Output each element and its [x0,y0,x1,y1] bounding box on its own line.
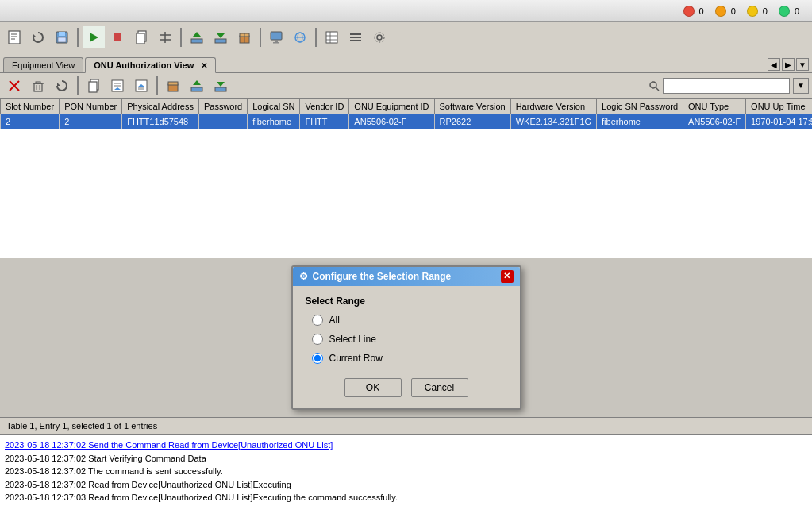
tab-menu-btn[interactable]: ▼ [796,58,809,71]
table-container[interactable]: Slot Number PON Number Physical Address … [0,99,812,258]
log-line-4: 2023-05-18 12:37:03 Read from Device[Una… [5,491,807,504]
toolbar-btn-monitor[interactable] [265,26,287,48]
toolbar-btn-new[interactable] [3,26,25,48]
svg-rect-32 [350,33,361,35]
toolbar-btn-stop[interactable] [106,26,129,48]
svg-rect-46 [89,82,97,92]
svg-point-61 [650,82,656,88]
cell-equipment: AN5506-02-F [349,114,434,129]
toolbar-btn-copy[interactable] [130,26,152,48]
tab-prev-btn[interactable]: ◀ [768,58,780,71]
col-hardware-version: Hardware Version [510,99,596,114]
traffic-light-yellow[interactable] [747,6,758,17]
radio-item-all[interactable]: All [312,315,507,326]
traffic-light-green[interactable] [779,6,790,17]
sec-toolbar-btn-download[interactable] [210,75,232,97]
svg-rect-7 [58,37,66,42]
dialog-close-button[interactable]: ✕ [501,270,514,283]
sec-toolbar-btn-trash[interactable] [27,75,49,97]
col-physical-address: Physical Address [122,99,199,114]
radio-item-current-row[interactable]: Current Row [312,353,507,364]
search-input[interactable] [663,78,790,94]
svg-rect-57 [191,87,202,91]
radio-item-select-line[interactable]: Select Line [312,334,507,345]
tab-close-btn[interactable]: ✕ [201,61,207,70]
toolbar-sep-2 [180,28,182,47]
svg-point-35 [377,35,382,40]
radio-select-line[interactable] [312,334,323,345]
svg-rect-11 [137,33,144,44]
sec-toolbar-btn-export2[interactable] [130,75,152,97]
col-software-version: Software Version [434,99,510,114]
log-area[interactable]: 2023-05-18 12:37:02 Send the Command:Rea… [0,435,812,514]
sec-toolbar-btn-copy[interactable] [83,75,105,97]
svg-marker-58 [193,80,201,85]
sec-toolbar-btn-package[interactable] [162,75,184,97]
tab-navigation: ◀ ▶ ▼ [768,58,809,72]
col-pon-number: PON Number [60,99,122,114]
toolbar-btn-download[interactable] [210,26,232,48]
col-slot-number: Slot Number [1,99,60,114]
toolbar-btn-list1[interactable] [321,26,343,48]
sec-toolbar-sep-2 [156,76,158,95]
main-area: Slot Number PON Number Physical Address … [0,99,812,514]
toolbar-btn-refresh[interactable] [27,26,49,48]
cell-slot: 2 [1,114,60,129]
radio-select-line-label: Select Line [329,334,376,345]
tab-onu-auth-view[interactable]: ONU Authorization View ✕ [85,57,216,73]
svg-rect-23 [275,40,278,42]
tab-equipment-view[interactable]: Equipment View [3,57,83,72]
log-text-3: 2023-05-18 12:37:02 Read from Device[Una… [5,480,291,489]
sec-toolbar-btn-delete[interactable] [3,75,25,97]
toolbar-btn-save[interactable] [51,26,73,48]
svg-line-62 [656,87,659,91]
log-line-1: 2023-05-18 12:37:02 Start Verifying Comm… [5,452,807,466]
col-vendor-id: Vendor ID [300,99,349,114]
svg-marker-18 [217,33,225,38]
sec-toolbar-btn-refresh[interactable] [51,75,73,97]
svg-rect-34 [350,40,361,41]
table-row[interactable]: 2 2 FHTT11d57548 fiberhome FHTT AN5506-0… [1,114,813,129]
toolbar-btn-package[interactable] [233,26,256,48]
sec-toolbar-btn-export1[interactable] [106,75,129,97]
search-dropdown-btn[interactable]: ▼ [793,78,809,94]
traffic-light-orange[interactable] [715,6,726,17]
traffic-light-red[interactable] [683,6,695,17]
traffic-light-orange-label: 0 [731,6,736,16]
svg-rect-56 [168,82,178,85]
log-line-0[interactable]: 2023-05-18 12:37:02 Send the Command:Rea… [5,439,807,452]
toolbar-btn-list2[interactable] [344,26,367,48]
log-text-1: 2023-05-18 12:37:02 Start Verifying Comm… [5,454,206,463]
cell-software: RP2622 [434,114,510,129]
toolbar-sep-3 [260,28,261,47]
dialog-overlay: ⚙ Configure the Selection Range ✕ Select… [0,258,812,418]
dialog-section-title: Select Range [306,296,507,307]
col-onu-up-time: ONU Up Time [746,99,812,114]
configure-selection-dialog: ⚙ Configure the Selection Range ✕ Select… [291,265,521,410]
cell-logicsn: fiberhome [597,114,683,129]
dialog-footer: OK Cancel [293,370,520,408]
sec-toolbar-btn-upload[interactable] [186,75,208,97]
traffic-light-yellow-label: 0 [763,6,768,16]
toolbar-btn-play[interactable] [83,26,105,48]
main-toolbar [0,22,812,52]
dialog-cancel-button[interactable]: Cancel [411,378,468,397]
dialog-ok-button[interactable]: OK [344,378,402,397]
svg-rect-28 [326,32,337,43]
col-password: Password [198,99,247,114]
log-link-0[interactable]: 2023-05-18 12:37:02 Send the Command:Rea… [5,440,333,450]
radio-current-row[interactable] [312,353,323,364]
toolbar-btn-shuffle[interactable] [154,26,176,48]
svg-marker-44 [57,83,60,86]
cell-pon: 2 [60,114,122,129]
dialog-title-bar: ⚙ Configure the Selection Range ✕ [293,267,520,286]
toolbar-btn-settings[interactable] [368,26,391,48]
radio-all[interactable] [312,315,323,326]
tab-next-btn[interactable]: ▶ [782,58,795,71]
tabs-bar: Equipment View ONU Authorization View ✕ … [0,52,812,73]
toolbar-btn-upload[interactable] [186,26,208,48]
dialog-title-text: Configure the Selection Range [313,271,452,282]
toolbar-sep-1 [77,28,79,47]
toolbar-btn-network[interactable] [289,26,311,48]
toolbar-sep-4 [315,28,317,47]
